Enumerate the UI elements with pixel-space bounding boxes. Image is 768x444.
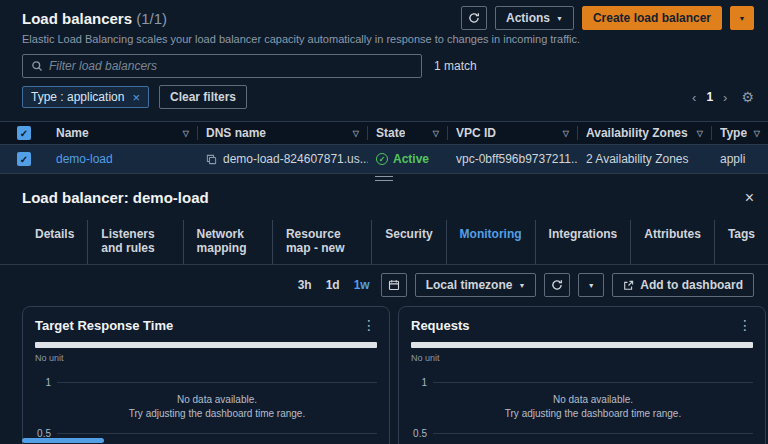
filter-chip-type-application[interactable]: Type : application × [22,86,149,108]
column-filter-icon[interactable]: ▽ [754,129,760,138]
page-header: Load balancers (1/1) Actions ▼ Create lo… [0,0,768,30]
panel-tabs: Details Listeners and rules Network mapp… [0,220,768,265]
page-number[interactable]: 1 [706,90,713,104]
y-tick-label: 1 [411,377,433,388]
clear-filters-label: Clear filters [170,90,236,104]
page-description: Elastic Load Balancing scales your load … [0,30,768,45]
empty-state-title: No data available. [433,393,753,407]
create-load-balancer-button[interactable]: Create load balancer [582,6,722,30]
range-1d-button[interactable]: 1d [323,278,343,292]
charts-refresh-button[interactable] [544,273,570,297]
select-all-checkbox[interactable]: ✓ [17,126,31,140]
column-header-type[interactable]: Type ▽ [712,126,768,140]
unit-label: No unit [411,353,753,363]
horizontal-scrollbar-thumb[interactable] [22,438,104,443]
split-panel-drag-handle[interactable] [0,174,768,183]
range-3h-button[interactable]: 3h [295,278,315,292]
check-icon: ✓ [20,154,28,165]
pagination: ‹ 1 › ⚙ [692,89,754,105]
timezone-label: Local timezone [426,278,513,292]
refresh-icon [551,279,563,291]
filter-search-box[interactable] [22,54,422,78]
status-check-icon: ✓ [376,153,388,165]
loading-bar [35,342,377,348]
tab-resource-map[interactable]: Resource map - new [272,220,371,264]
drag-handle-icon [375,176,393,181]
refresh-options-dropdown-button[interactable]: ▼ [578,273,604,297]
refresh-icon [468,12,480,24]
tab-tags[interactable]: Tags [714,220,768,264]
chevron-down-icon: ▼ [739,15,746,22]
tab-security[interactable]: Security [371,220,445,264]
type-value: appli [720,152,745,166]
column-filter-icon[interactable]: ▽ [353,129,359,138]
chevron-down-icon: ▼ [556,15,563,22]
filter-chip-label: Type : application [31,90,124,104]
preferences-gear-icon[interactable]: ⚙ [741,89,754,105]
tab-integrations[interactable]: Integrations [535,220,631,264]
tab-details[interactable]: Details [22,220,87,264]
y-tick-label: 0.5 [411,428,433,439]
column-label: Type [720,126,747,140]
load-balancers-table: ✓ Name ▽ DNS name ▽ State ▽ VPC ID ▽ Ava… [0,121,768,174]
timezone-dropdown[interactable]: Local timezone ▼ [415,273,537,297]
search-icon [31,60,43,72]
page-title-text: Load balancers [22,10,132,27]
tab-listeners-and-rules[interactable]: Listeners and rules [87,220,182,264]
previous-page-icon[interactable]: ‹ [692,90,696,105]
empty-state-hint: Try adjusting the dashboard time range. [433,407,753,421]
add-to-dashboard-label: Add to dashboard [640,278,743,292]
tab-network-mapping[interactable]: Network mapping [183,220,272,264]
vpc-id-value: vpc-0bff596b9737211... [456,152,578,166]
chart-title: Target Response Time [35,318,173,333]
gridline [57,382,377,383]
chart-card-requests: Requests ⋮ No unit 1 No data available. … [398,306,766,444]
empty-state-hint: Try adjusting the dashboard time range. [57,407,377,421]
refresh-button[interactable] [461,6,487,30]
check-icon: ✓ [20,128,28,139]
tab-attributes[interactable]: Attributes [630,220,714,264]
chevron-down-icon: ▼ [518,282,525,289]
custom-range-calendar-button[interactable] [381,273,407,297]
column-filter-icon[interactable]: ▽ [697,129,703,138]
page-title-count: (1/1) [136,10,167,27]
clear-filters-button[interactable]: Clear filters [159,85,247,109]
match-count: 1 match [434,59,477,73]
column-label: VPC ID [456,126,496,140]
monitoring-toolbar: 3h 1d 1w Local timezone ▼ ▼ Add to dashb… [0,265,768,297]
column-label: State [376,126,405,140]
add-to-dashboard-button[interactable]: Add to dashboard [612,273,754,297]
external-link-icon [623,280,634,291]
row-checkbox[interactable]: ✓ [17,152,31,166]
column-filter-icon[interactable]: ▽ [183,129,189,138]
empty-state-message: No data available. Try adjusting the das… [411,393,753,420]
tab-monitoring[interactable]: Monitoring [446,220,535,264]
table-row[interactable]: ✓ demo-load demo-load-824607871.us... ✓ … [0,145,768,174]
load-balancer-name-link[interactable]: demo-load [56,152,113,166]
range-1w-button[interactable]: 1w [351,278,373,292]
column-filter-icon[interactable]: ▽ [563,129,569,138]
actions-button[interactable]: Actions ▼ [495,6,574,30]
remove-filter-icon[interactable]: × [132,91,140,104]
y-tick-label: 1 [35,377,57,388]
chart-card-target-response-time: Target Response Time ⋮ No unit 1 No data… [22,306,390,444]
overflow-menu-icon[interactable]: ⋮ [738,317,753,333]
column-header-name[interactable]: Name ▽ [48,126,198,140]
column-filter-icon[interactable]: ▽ [433,129,439,138]
page-title: Load balancers (1/1) [22,10,167,27]
column-label: DNS name [206,126,266,140]
close-icon[interactable]: × [745,190,754,206]
status-badge: ✓ Active [376,152,429,166]
column-header-availability-zones[interactable]: Availability Zones ▽ [578,126,712,140]
column-header-vpc-id[interactable]: VPC ID ▽ [448,126,578,140]
search-input[interactable] [49,59,413,73]
next-page-icon[interactable]: › [723,90,727,105]
copy-icon[interactable] [206,154,217,165]
overflow-menu-icon[interactable]: ⋮ [362,317,377,333]
availability-zones-value: 2 Availability Zones [586,152,689,166]
create-load-balancer-dropdown-button[interactable]: ▼ [730,6,754,30]
column-header-state[interactable]: State ▽ [368,126,448,140]
empty-state-title: No data available. [57,393,377,407]
create-load-balancer-label: Create load balancer [593,11,711,25]
column-header-dns-name[interactable]: DNS name ▽ [198,126,368,140]
